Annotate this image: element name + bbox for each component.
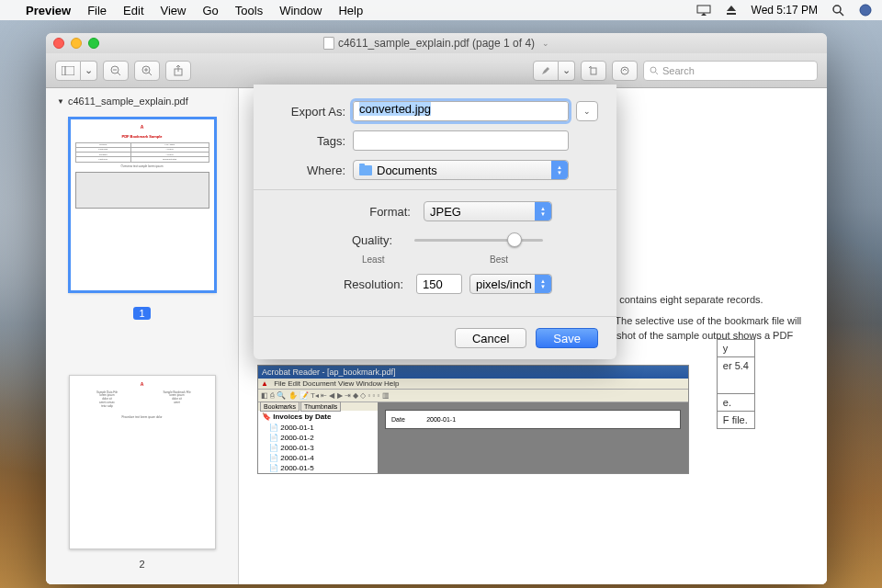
quality-label: Quality:	[352, 233, 400, 247]
window-menu[interactable]: Window	[279, 4, 322, 17]
sidebar-menu[interactable]: ⌄	[81, 61, 97, 81]
format-label: Format:	[369, 205, 418, 219]
quality-least-label: Least	[362, 254, 384, 265]
quality-best-label: Best	[490, 254, 508, 265]
export-dialog: Export As: converted.jpg ⌄ Tags: Where: …	[254, 85, 616, 359]
document-icon	[323, 37, 334, 50]
highlight-menu[interactable]: ⌄	[559, 61, 575, 81]
search-icon	[650, 66, 659, 75]
highlight-button[interactable]	[533, 61, 559, 81]
titlebar[interactable]: c4611_sample_explain.pdf (page 1 of 4) ⌄	[46, 33, 827, 53]
tags-input[interactable]	[353, 130, 569, 151]
help-menu[interactable]: Help	[338, 4, 363, 17]
page-thumbnail-1[interactable]: A PDF Bookmark Sample SampleMay 2001Prep…	[69, 118, 216, 292]
embedded-screenshot: Acrobat Reader - [ap_bookmark.pdf] ▲ Fil…	[257, 365, 689, 474]
svg-rect-17	[591, 68, 596, 74]
svg-point-2	[833, 6, 841, 13]
svg-line-3	[840, 12, 843, 16]
where-label: Where:	[272, 164, 353, 177]
svg-line-9	[118, 73, 120, 75]
resolution-input[interactable]	[416, 274, 462, 294]
quality-slider[interactable]	[414, 231, 543, 249]
tools-menu[interactable]: Tools	[235, 4, 263, 17]
thumbnails-sidebar: c4611_sample_explain.pdf A PDF Bookmark …	[46, 88, 239, 584]
page-thumbnail-2[interactable]: A Sample Data Filelorem ipsumdolor sitam…	[69, 375, 216, 549]
airplay-icon[interactable]	[696, 3, 711, 17]
sidebar-toggle[interactable]	[55, 61, 81, 81]
folder-icon	[359, 165, 372, 175]
go-menu[interactable]: Go	[202, 4, 218, 17]
edit-menu[interactable]: Edit	[123, 4, 143, 17]
sidebar-filename[interactable]: c4611_sample_explain.pdf	[51, 94, 232, 108]
zoom-in-button[interactable]	[134, 61, 160, 81]
view-menu[interactable]: View	[161, 4, 187, 17]
toolbar: ⌄ ⌄ Search	[46, 53, 827, 88]
maximize-button[interactable]	[88, 38, 99, 49]
resolution-units-select[interactable]: pixels/inch ▲▼	[469, 274, 552, 294]
window-title[interactable]: c4611_sample_explain.pdf (page 1 of 4) ⌄	[323, 37, 549, 50]
format-select[interactable]: JPEG ▲▼	[424, 201, 552, 221]
markup-button[interactable]	[612, 61, 638, 81]
export-as-input[interactable]: converted.jpg	[353, 101, 569, 121]
app-menu[interactable]: Preview	[26, 4, 71, 17]
expand-dialog-button[interactable]: ⌄	[576, 101, 598, 121]
minimize-button[interactable]	[71, 38, 82, 49]
svg-point-19	[650, 67, 656, 73]
search-field[interactable]: Search	[643, 61, 818, 81]
close-button[interactable]	[53, 38, 64, 49]
svg-point-18	[621, 67, 628, 74]
where-select[interactable]: Documents ▲▼	[353, 160, 569, 180]
file-menu[interactable]: File	[87, 4, 107, 17]
notification-center-icon[interactable]	[858, 3, 873, 17]
chevron-down-icon: ⌄	[542, 39, 549, 48]
resolution-label: Resolution:	[344, 277, 411, 291]
tags-label: Tags:	[272, 134, 353, 148]
page-number-2: 2	[51, 559, 232, 570]
clock[interactable]: Wed 5:17 PM	[752, 4, 818, 17]
svg-line-12	[149, 73, 152, 75]
spotlight-icon[interactable]	[831, 3, 845, 17]
rotate-button[interactable]	[581, 61, 606, 81]
save-button[interactable]: Save	[536, 328, 598, 348]
slider-thumb[interactable]	[507, 232, 522, 247]
eject-icon[interactable]	[724, 3, 739, 17]
svg-rect-0	[697, 6, 710, 13]
select-arrows-icon: ▲▼	[535, 275, 551, 293]
svg-rect-6	[62, 66, 74, 75]
svg-rect-1	[727, 13, 736, 15]
export-as-label: Export As:	[272, 105, 353, 119]
cancel-button[interactable]: Cancel	[455, 328, 526, 348]
share-button[interactable]	[165, 61, 191, 81]
page-number-1: 1	[133, 307, 150, 320]
partial-content: y er 5.4 e. F file.	[717, 339, 755, 429]
select-arrows-icon: ▲▼	[551, 161, 568, 179]
select-arrows-icon: ▲▼	[535, 202, 551, 220]
svg-line-20	[656, 72, 659, 74]
zoom-out-button[interactable]	[103, 61, 129, 81]
menu-bar: Preview File Edit View Go Tools Window H…	[0, 0, 882, 20]
